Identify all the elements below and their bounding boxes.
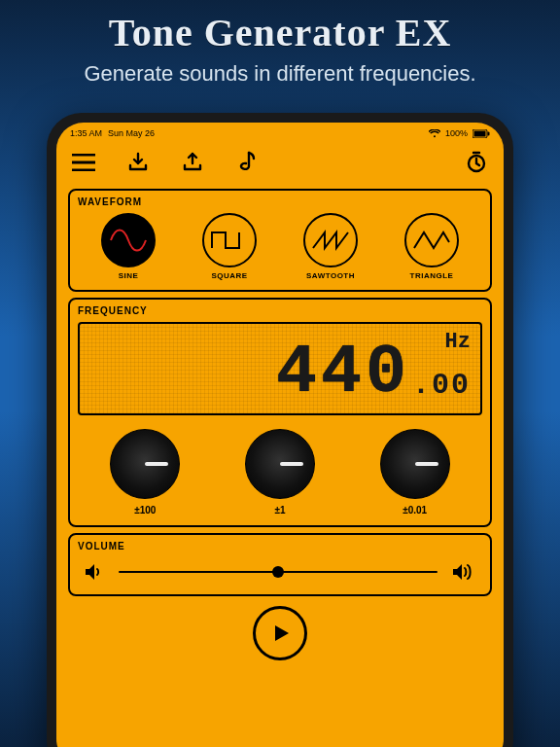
knob-label: ±100 — [134, 505, 156, 516]
waveform-triangle[interactable]: TRIANGLE — [404, 213, 459, 280]
play-button[interactable] — [253, 606, 307, 660]
frequency-heading: FREQUENCY — [78, 305, 482, 316]
waveform-sawtooth[interactable]: SAWTOOTH — [303, 213, 358, 280]
triangle-icon — [404, 213, 459, 267]
waveform-label: SINE — [119, 271, 139, 280]
waveform-sine[interactable]: SINE — [101, 213, 156, 280]
wifi-icon — [429, 129, 440, 138]
promo-title: Tone Generator EX — [0, 10, 560, 55]
frequency-integer: 440 — [276, 339, 410, 408]
status-time: 1:35 AM — [70, 128, 102, 138]
volume-panel: VOLUME — [68, 533, 492, 596]
share-button[interactable] — [179, 149, 206, 176]
load-button[interactable] — [124, 149, 152, 176]
waveform-label: SAWTOOTH — [306, 271, 355, 280]
volume-low-icon[interactable] — [84, 562, 105, 582]
frequency-unit: Hz — [445, 330, 471, 354]
menu-button[interactable] — [70, 149, 97, 176]
svg-rect-2 — [488, 131, 490, 135]
knob-medium[interactable] — [245, 429, 315, 499]
volume-slider[interactable] — [119, 571, 438, 573]
volume-high-icon[interactable] — [451, 561, 476, 583]
frequency-panel: FREQUENCY Hz 440 .00 ±100 ±1 ±0.01 — [68, 298, 492, 527]
frequency-decimal: .00 — [412, 369, 471, 402]
timer-button[interactable] — [463, 149, 490, 176]
sine-icon — [101, 213, 156, 267]
waveform-panel: WAVEFORM SINE SQUARE — [68, 189, 492, 292]
toolbar — [56, 142, 504, 183]
knob-fine[interactable] — [380, 429, 450, 499]
frequency-display[interactable]: Hz 440 .00 — [78, 322, 482, 415]
waveform-square[interactable]: SQUARE — [202, 213, 257, 280]
volume-heading: VOLUME — [78, 541, 482, 551]
svg-rect-1 — [474, 130, 486, 136]
square-icon — [202, 213, 257, 267]
volume-thumb[interactable] — [272, 566, 284, 578]
status-bar: 1:35 AM Sun May 26 100% — [56, 123, 504, 142]
battery-icon — [472, 129, 490, 138]
waveform-label: TRIANGLE — [410, 271, 454, 280]
status-battery: 100% — [445, 128, 468, 138]
note-button[interactable] — [233, 149, 261, 176]
knob-coarse[interactable] — [110, 429, 180, 499]
promo-subtitle: Generate sounds in different frequencies… — [0, 61, 560, 87]
waveform-label: SQUARE — [211, 271, 247, 280]
sawtooth-icon — [303, 213, 358, 267]
waveform-heading: WAVEFORM — [78, 196, 482, 207]
app-screen: 1:35 AM Sun May 26 100% — [56, 123, 504, 747]
status-date: Sun May 26 — [108, 128, 155, 138]
device-frame: 1:35 AM Sun May 26 100% — [47, 113, 513, 747]
knob-label: ±0.01 — [402, 505, 427, 516]
knob-label: ±1 — [274, 505, 285, 516]
